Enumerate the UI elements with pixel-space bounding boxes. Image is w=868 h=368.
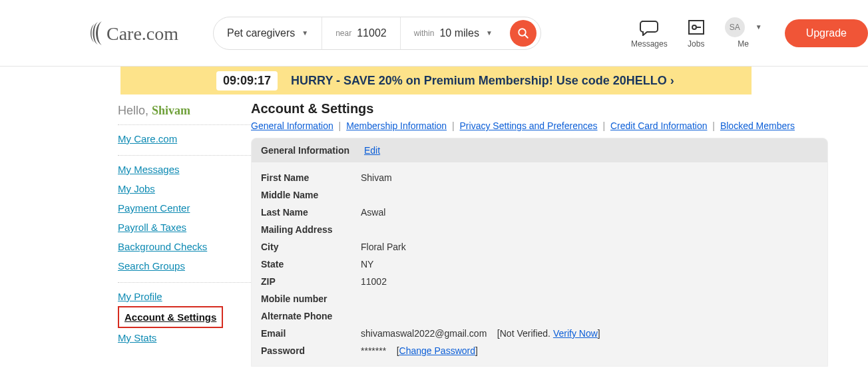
row-value: Aswal [361,207,818,218]
sidebar-item[interactable]: Account & Settings [118,306,223,328]
near-value: 11002 [357,27,387,39]
nav-messages[interactable]: Messages [631,18,668,49]
chevron-down-icon: ▼ [302,29,308,37]
near-label: near [335,29,351,38]
nav-jobs-label: Jobs [688,39,704,49]
page-title: Account & Settings [251,101,828,116]
info-row: Middle Name [261,186,818,204]
sidebar-item[interactable]: My Messages [118,160,251,179]
sidebar-item[interactable]: Background Checks [118,237,251,256]
info-row: Mailing Address [261,221,818,238]
sub-tab[interactable]: Privacy Settings and Preferences [460,120,598,131]
sidebar-item[interactable]: My Care.com [118,129,251,148]
row-value [361,293,818,304]
row-value: NY [361,259,818,270]
info-row-email: Emailshivamaswal2022@gmail.com [Not Veri… [261,325,818,342]
row-label: Mobile number [261,293,361,304]
within-value: 10 miles [439,27,479,39]
info-row: CityFloral Park [261,238,818,256]
messages-icon [639,19,659,36]
edit-link[interactable]: Edit [364,145,380,156]
hello-text: Hello, [118,104,148,117]
sub-tab[interactable]: Blocked Members [720,120,795,131]
main-content: Account & Settings General Information |… [251,101,828,367]
row-value: ******* [Change Password] [361,345,818,356]
sidebar-item[interactable]: Payroll & Taxes [118,218,251,237]
separator: | [710,120,717,131]
svg-point-4 [692,25,696,29]
countdown-timer: 09:09:17 [216,71,278,91]
sub-nav-tabs: General Information | Membership Informa… [251,120,828,131]
search-pill: Pet caregivers ▼ near 11002 within 10 mi… [213,17,541,50]
jobs-icon [688,19,705,35]
search-button[interactable] [510,20,537,47]
row-value: Shivam [361,172,818,183]
sub-tab[interactable]: Credit Card Information [610,120,708,131]
email-not-verified: Not Verified. [500,328,553,339]
row-value [361,190,818,200]
chevron-down-icon: ▼ [486,29,493,37]
nav-me-label: Me [738,39,749,49]
row-label: Middle Name [261,190,361,200]
sidebar-item[interactable]: My Jobs [118,179,251,198]
logo[interactable]: Care.com [87,20,193,47]
within-segment[interactable]: within 10 miles ▼ [401,17,506,49]
user-name: Shivam [152,104,190,117]
row-label: State [261,259,361,270]
row-value: Floral Park [361,242,818,252]
svg-text:Care.com: Care.com [107,23,178,44]
row-value: 11002 [361,276,818,287]
nav-me[interactable]: SA ▼ Me [725,18,762,49]
sub-tab[interactable]: Membership Information [346,120,447,131]
within-label: within [414,29,435,38]
nav-jobs[interactable]: Jobs [688,18,705,49]
email-value: shivamaswal2022@gmail.com [361,328,487,339]
banner-text: HURRY - SAVE 20% on Premium Membership! … [291,74,674,88]
row-label: Email [261,328,361,339]
upgrade-button[interactable]: Upgrade [785,19,868,47]
info-row: First NameShivam [261,169,818,186]
promo-banner[interactable]: 09:09:17 HURRY - SAVE 20% on Premium Mem… [120,67,752,94]
avatar: SA [725,17,745,37]
info-row: Alternate Phone [261,307,818,325]
top-bar: Care.com Pet caregivers ▼ near 11002 wit… [0,0,868,67]
near-segment[interactable]: near 11002 [322,17,401,49]
row-value: shivamaswal2022@gmail.com [Not Verified.… [361,328,818,339]
category-value: Pet caregivers [227,27,295,39]
bracket: ] [598,328,600,339]
info-row: StateNY [261,256,818,273]
separator: | [449,120,457,131]
info-row: Last NameAswal [261,204,818,221]
bracket: ] [475,345,478,356]
panel-title: General Information [261,145,364,156]
separator: | [336,120,343,131]
row-label: Last Name [261,207,361,218]
greeting: Hello, Shivam [118,104,251,118]
row-label: Alternate Phone [261,311,361,321]
info-row-password: Password******* [Change Password] [261,342,818,359]
row-label: City [261,242,361,252]
info-row: Mobile number [261,290,818,307]
search-icon [517,27,529,39]
change-password-link[interactable]: Change Password [399,345,475,356]
row-label: ZIP [261,276,361,287]
row-label: First Name [261,172,361,183]
info-row: ZIP11002 [261,273,818,290]
nav-messages-label: Messages [631,39,668,49]
row-value [361,311,818,321]
verify-now-link[interactable]: Verify Now [553,328,598,339]
sidebar: Hello, Shivam My Care.com My MessagesMy … [118,101,251,367]
password-masked: ******* [361,345,386,356]
sidebar-item[interactable]: Payment Center [118,198,251,218]
general-info-panel: General Information Edit First NameShiva… [251,138,828,367]
sub-tab[interactable]: General Information [251,120,333,131]
separator: | [600,120,608,131]
category-selector[interactable]: Pet caregivers ▼ [214,17,322,49]
svg-line-2 [525,35,528,38]
sidebar-item[interactable]: My Profile [118,287,251,306]
row-value [361,224,818,235]
sidebar-item[interactable]: My Stats [118,328,251,347]
chevron-down-icon: ▼ [756,23,762,31]
sidebar-item[interactable]: Search Groups [118,256,251,276]
row-label: Mailing Address [261,224,361,235]
